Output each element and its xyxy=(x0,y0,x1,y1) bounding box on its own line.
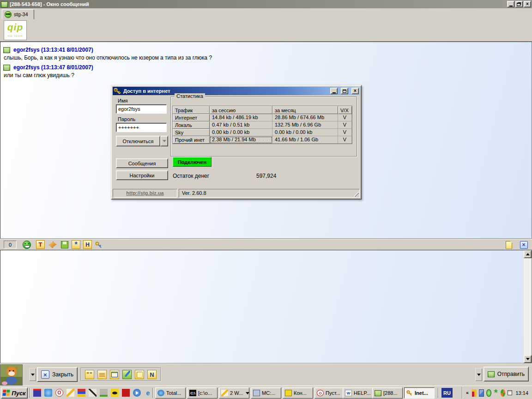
quick-actions-group: "" N xyxy=(80,368,161,381)
table-cell: V xyxy=(338,121,352,129)
access-keys-button[interactable] xyxy=(94,240,103,249)
dialog-maximize-button[interactable] xyxy=(341,88,348,94)
quicklaunch-1c-icon[interactable] xyxy=(122,389,130,397)
color-button[interactable] xyxy=(48,240,57,249)
tray-clock: 13:14 xyxy=(515,390,528,396)
close-options-dropdown[interactable] xyxy=(29,368,36,381)
tray-mail-icon[interactable] xyxy=(508,390,513,395)
task-mc[interactable]: MC:... xyxy=(251,387,281,399)
task-console[interactable]: C:\ [c:\o... xyxy=(187,387,218,399)
quicklaunch-remote-computer-icon[interactable] xyxy=(100,389,108,397)
start-button[interactable]: Пуск xyxy=(1,387,28,399)
tab-stg-34[interactable]: stg-34 xyxy=(2,9,34,19)
quicklaunch-opera-icon[interactable]: O xyxy=(55,389,63,397)
close-chat-button[interactable]: × Закрыть xyxy=(37,367,78,382)
floppy-icon xyxy=(61,241,68,248)
template-button[interactable] xyxy=(97,370,107,379)
task-label: MC:... xyxy=(262,390,275,396)
restore-button[interactable] xyxy=(515,1,523,7)
new-page-button[interactable] xyxy=(504,240,514,249)
task-opera-empty[interactable]: O Пуст... xyxy=(314,387,345,399)
tab-bar: stg-34 xyxy=(0,8,532,19)
table-row-header[interactable]: Интернет xyxy=(173,114,210,121)
task-inet-active[interactable]: Inet... xyxy=(404,387,435,399)
taskbar: Пуск O e Total... C:\ [c:\o... 2 W... xyxy=(0,386,532,399)
tray-icq-flower-icon[interactable]: * xyxy=(494,389,498,397)
tray-globe-icon[interactable] xyxy=(501,389,505,397)
task-message-window[interactable]: [288... xyxy=(372,387,403,399)
snowflake-button[interactable]: * xyxy=(72,240,80,249)
statistics-group-title: Статистика xyxy=(175,93,205,99)
dialog-minimize-button[interactable] xyxy=(330,88,338,94)
quicklaunch-winamp-icon[interactable] xyxy=(66,389,74,397)
bat-glyph xyxy=(112,392,117,394)
message-sender-timestamp: egor2fsys (13:13:41 8/01/2007) xyxy=(13,47,93,53)
tray-collapse-chevron[interactable]: « xyxy=(465,389,470,397)
table-row-header[interactable]: Sky xyxy=(173,129,210,136)
task-help-doc[interactable]: W HELP... xyxy=(343,387,373,399)
messages-button[interactable]: Сообщения xyxy=(116,158,168,168)
task-label: 2 W... xyxy=(230,390,243,396)
column-header[interactable]: V/X xyxy=(338,106,352,114)
task-total-commander[interactable]: Total... xyxy=(155,387,186,399)
resize-grip[interactable] xyxy=(353,191,359,197)
site-link[interactable]: http://stg.biz.ua xyxy=(113,189,177,198)
notes-button[interactable]: N xyxy=(147,370,157,379)
dialog-close-button[interactable]: × xyxy=(351,88,359,94)
note-button[interactable] xyxy=(135,370,144,379)
minimize-button[interactable] xyxy=(507,1,514,7)
table-row-header[interactable]: Прочий инет xyxy=(173,136,210,144)
vertical-scrollbar[interactable] xyxy=(524,250,532,363)
panel-close-button[interactable]: × xyxy=(519,240,528,249)
quicklaunch-batman-icon[interactable] xyxy=(111,389,119,397)
tab-label: stg-34 xyxy=(14,12,28,17)
column-header[interactable]: Трафик xyxy=(173,106,210,114)
scroll-down-button[interactable] xyxy=(524,355,532,363)
quote-button[interactable]: "" xyxy=(85,370,94,379)
close-button[interactable]: × xyxy=(524,1,531,7)
quicklaunch-ie-icon[interactable]: e xyxy=(144,389,152,397)
qip-logo-text: qip xyxy=(4,21,26,34)
table-row-header[interactable]: Локаль xyxy=(173,121,210,129)
tray-network-icon[interactable] xyxy=(479,389,484,397)
history-button[interactable]: H xyxy=(83,240,92,249)
task-konsole[interactable]: Кон... xyxy=(283,387,313,399)
message-icon xyxy=(375,390,381,396)
language-indicator[interactable]: RU xyxy=(441,388,453,398)
table-cell: 28.86 Mb / 674.66 Mb xyxy=(272,114,338,121)
task-winamp-group[interactable]: 2 W... xyxy=(219,387,249,399)
insert-history-button[interactable] xyxy=(110,370,119,379)
font-button[interactable]: T xyxy=(36,240,45,249)
windows-logo-icon xyxy=(3,390,10,396)
message-input-area[interactable] xyxy=(0,250,532,363)
disconnect-button[interactable]: Отключиться xyxy=(116,136,160,146)
winamp-icon xyxy=(221,390,228,396)
avatar[interactable] xyxy=(0,364,23,386)
quicklaunch-mediaplayer-icon[interactable] xyxy=(133,389,141,397)
traffic-stats-table: Трафик за сессию за месяц V/X Интернет 1… xyxy=(172,106,352,144)
tray-app-icon[interactable] xyxy=(472,389,477,397)
password-label: Пароль xyxy=(118,116,135,122)
disconnect-dropdown-button[interactable] xyxy=(160,136,168,146)
quicklaunch-telescope-icon[interactable] xyxy=(89,389,97,397)
smiley-picker-button[interactable] xyxy=(22,240,31,249)
password-input[interactable] xyxy=(116,123,167,132)
scroll-up-button[interactable] xyxy=(524,250,532,258)
close-x-icon: × xyxy=(41,370,49,379)
char-counter: 0 xyxy=(4,241,17,248)
incoming-message-icon xyxy=(3,47,10,53)
login-input[interactable] xyxy=(116,104,167,114)
quicklaunch-floppy-icon[interactable] xyxy=(33,389,41,397)
send-options-dropdown[interactable] xyxy=(475,368,483,381)
tools-button[interactable] xyxy=(122,370,132,379)
send-button[interactable]: Отправить xyxy=(484,367,529,381)
quicklaunch-mail-icon[interactable] xyxy=(44,389,52,397)
column-header[interactable]: за месяц xyxy=(272,106,338,114)
save-button[interactable] xyxy=(60,240,69,249)
tray-clock-icon[interactable] xyxy=(486,389,491,397)
cat-avatar-image xyxy=(0,365,22,385)
settings-button[interactable]: Настройки xyxy=(116,170,168,180)
quicklaunch-colors-icon[interactable] xyxy=(78,389,85,397)
close-icon: × xyxy=(526,2,529,6)
column-header[interactable]: за сессию xyxy=(210,106,272,114)
